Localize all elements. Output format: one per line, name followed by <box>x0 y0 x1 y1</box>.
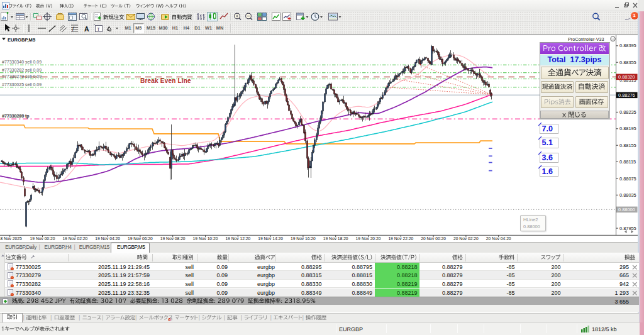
svg-text:0.88235: 0.88235 <box>619 109 636 115</box>
svg-text:0.87955: 0.87955 <box>619 226 636 231</box>
svg-text:19 Nov 18:20: 19 Nov 18:20 <box>323 236 348 241</box>
svg-text:20 Nov 00:20: 20 Nov 00:20 <box>421 236 446 241</box>
svg-text:#77330025 sell 0.09: #77330025 sell 0.09 <box>2 82 42 87</box>
svg-text:0.88000: 0.88000 <box>618 207 635 212</box>
svg-text:0.88035: 0.88035 <box>619 192 636 198</box>
svg-text:20 Nov 02:20: 20 Nov 02:20 <box>453 236 479 241</box>
svg-text:0.88115: 0.88115 <box>619 159 636 165</box>
svg-text:ProController-V33: ProController-V33 <box>568 36 604 42</box>
svg-text:0.88155: 0.88155 <box>619 143 636 148</box>
svg-text:#77330282 sell 0.09: #77330282 sell 0.09 <box>2 68 42 72</box>
svg-text:0.88395: 0.88395 <box>619 43 636 48</box>
svg-text:19 Nov 10:20: 19 Nov 10:20 <box>193 236 218 241</box>
svg-text:0.88276: 0.88276 <box>618 92 635 98</box>
svg-text:0.88075: 0.88075 <box>619 176 636 182</box>
svg-text:#77330340 tp: #77330340 tp <box>2 114 29 119</box>
svg-text:0.88320: 0.88320 <box>618 74 635 80</box>
svg-text:19 Nov 06:20: 19 Nov 06:20 <box>128 236 153 241</box>
svg-text:19 Nov 12:20: 19 Nov 12:20 <box>225 236 250 241</box>
svg-text:18 Nov 2025: 18 Nov 2025 <box>0 236 22 241</box>
svg-text:#77330340 sell 0.09: #77330340 sell 0.09 <box>2 60 42 64</box>
svg-text:0.88355: 0.88355 <box>619 60 636 65</box>
svg-text:19 Nov 02:20: 19 Nov 02:20 <box>62 236 87 241</box>
svg-text:#77330279 sell 0.09: #77330279 sell 0.09 <box>2 74 42 79</box>
svg-text:19 Nov 08:20: 19 Nov 08:20 <box>160 236 186 241</box>
svg-text:19 Nov 22:20: 19 Nov 22:20 <box>388 236 413 241</box>
svg-text:19 Nov 04:20: 19 Nov 04:20 <box>95 236 120 241</box>
svg-text:20 Nov 04:20: 20 Nov 04:20 <box>486 236 511 241</box>
svg-text:0.88195: 0.88195 <box>619 126 636 131</box>
svg-text:19 Nov 14:20: 19 Nov 14:20 <box>258 236 283 241</box>
svg-text:19 Nov 20:20: 19 Nov 20:20 <box>356 236 381 241</box>
svg-text:19 Nov 16:20: 19 Nov 16:20 <box>291 236 316 241</box>
svg-text:EURGBP,M5: EURGBP,M5 <box>8 37 36 43</box>
svg-text:19 Nov 00:20: 19 Nov 00:20 <box>30 236 55 241</box>
